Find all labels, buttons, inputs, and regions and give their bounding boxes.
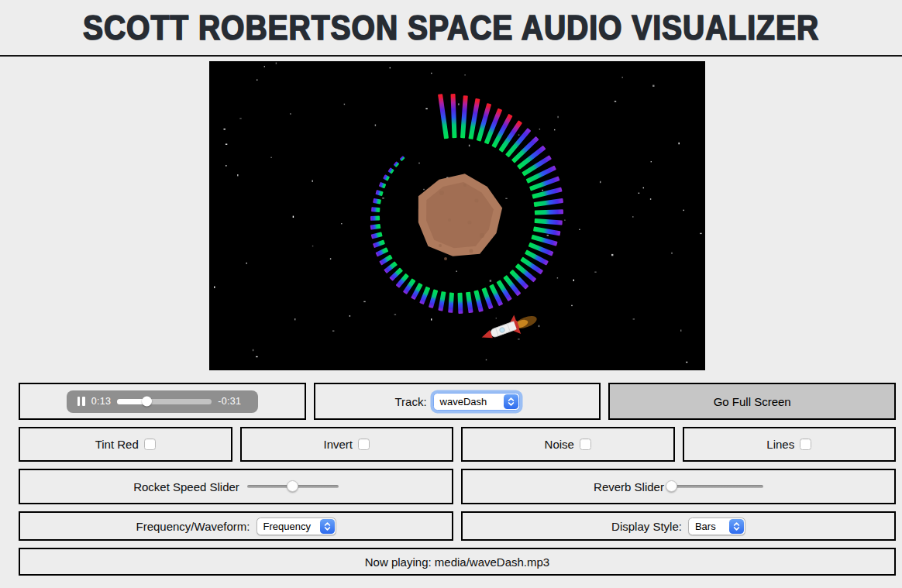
tint-red-panel: Tint Red	[19, 427, 232, 462]
now-playing-bar: Now playing: media/waveDash.mp3	[19, 548, 896, 576]
now-playing-text: Now playing: media/waveDash.mp3	[365, 555, 549, 569]
lines-panel: Lines	[683, 427, 897, 462]
slider-thumb[interactable]	[666, 480, 677, 492]
select-value: Bars	[689, 521, 728, 532]
noise-label: Noise	[545, 438, 574, 451]
visualizer-stage	[209, 61, 705, 370]
fullscreen-button[interactable]: Go Full Screen	[608, 383, 896, 420]
invert-label: Invert	[323, 438, 353, 451]
noise-panel: Noise	[461, 427, 675, 462]
row-player: 0:13 -0:31 Track: waveDash Go Full Scree…	[19, 383, 896, 420]
rocket-speed-panel: Rocket Speed Slider	[19, 469, 453, 504]
chevron-up-down-icon	[320, 519, 335, 534]
tint-red-checkbox[interactable]	[144, 438, 156, 450]
audio-progress-knob[interactable]	[142, 397, 152, 407]
select-value: waveDash	[434, 396, 503, 407]
reverb-slider[interactable]	[672, 480, 763, 493]
lines-label: Lines	[766, 438, 794, 451]
display-style-label: Display Style:	[611, 520, 682, 533]
frequency-waveform-panel: Frequency/Waveform: Frequency	[19, 511, 453, 541]
reverb-panel: Reverb Slider	[461, 469, 896, 504]
slider-thumb[interactable]	[287, 480, 298, 492]
row-sliders: Rocket Speed Slider Reverb Slider	[19, 469, 896, 504]
select-value: Frequency	[257, 521, 319, 532]
track-panel: Track: waveDash	[314, 383, 601, 420]
rocket-speed-slider[interactable]	[247, 480, 339, 493]
chevron-up-down-icon	[504, 394, 518, 409]
pause-icon[interactable]	[77, 397, 85, 406]
elapsed-time: 0:13	[91, 396, 112, 407]
row-now-playing: Now playing: media/waveDash.mp3	[19, 548, 896, 576]
invert-panel: Invert	[240, 427, 454, 462]
frequency-waveform-label: Frequency/Waveform:	[136, 520, 250, 533]
page-title: SCOTT ROBERTSON SPACE AUDIO VISUALIZER	[83, 9, 819, 46]
track-select[interactable]: waveDash	[433, 393, 520, 411]
invert-checkbox[interactable]	[358, 438, 370, 450]
rocket-speed-label: Rocket Speed Slider	[133, 480, 239, 493]
frequency-waveform-select[interactable]: Frequency	[256, 518, 336, 535]
reverb-label: Reverb Slider	[594, 480, 664, 493]
chevron-up-down-icon	[729, 519, 744, 534]
display-style-panel: Display Style: Bars	[461, 511, 896, 541]
audio-player[interactable]: 0:13 -0:31	[67, 390, 258, 413]
display-style-select[interactable]: Bars	[688, 518, 745, 535]
tint-red-label: Tint Red	[95, 438, 139, 451]
audio-progress[interactable]	[117, 399, 212, 404]
controls: 0:13 -0:31 Track: waveDash Go Full Scree…	[0, 370, 902, 576]
row-toggles: Tint Red Invert Noise Lines	[19, 427, 896, 462]
remaining-time: -0:31	[218, 396, 241, 407]
row-selects: Frequency/Waveform: Frequency Display St…	[19, 511, 896, 541]
visualizer-canvas	[209, 61, 705, 370]
track-label: Track:	[394, 395, 426, 408]
app-header: SCOTT ROBERTSON SPACE AUDIO VISUALIZER	[0, 0, 902, 57]
noise-checkbox[interactable]	[580, 438, 591, 450]
lines-checkbox[interactable]	[800, 438, 811, 450]
audio-player-panel: 0:13 -0:31	[19, 383, 306, 420]
